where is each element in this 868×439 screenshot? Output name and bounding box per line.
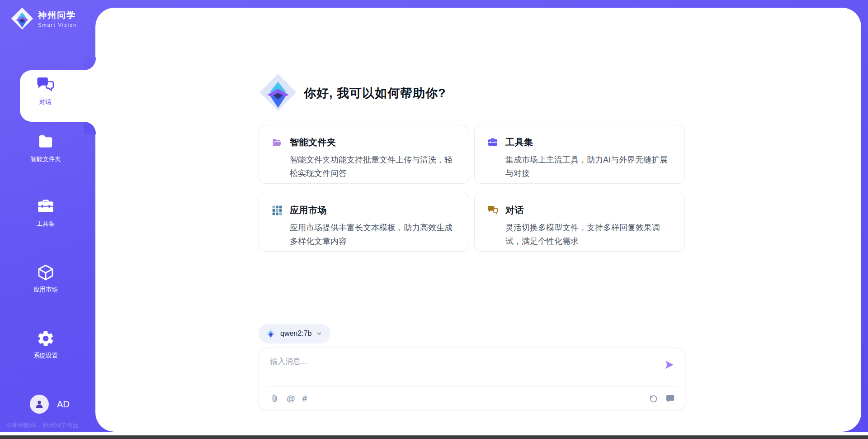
copyright-text: ©神州数码 · 神州问学出品: [7, 421, 93, 429]
user-profile[interactable]: AD: [30, 395, 70, 414]
person-icon: [34, 399, 45, 410]
sidebar-item-label: 系统设置: [33, 352, 58, 360]
toolbox-icon: [37, 198, 55, 216]
card-description: 灵活切换多模型文件，支持多样回复效果调试，满足个性化需求: [505, 221, 671, 248]
sidebar-item-label: 对话: [39, 98, 52, 106]
greeting-title: 你好, 我可以如何帮助你?: [304, 85, 446, 101]
bottom-white-strip: [0, 432, 868, 435]
sidebar-item-label: 工具集: [37, 220, 55, 228]
sidebar: 神州问学 Smart Vision 对话 智能文件夹 工具集: [0, 0, 95, 439]
brand-logo: 神州问学 Smart Vision: [11, 7, 77, 30]
avatar: [30, 395, 49, 414]
card-description: 应用市场提供丰富长文本模板，助力高效生成多样化文章内容: [290, 221, 455, 248]
sidebar-item-label: 应用市场: [33, 286, 58, 294]
greeting-logo-icon: [259, 73, 297, 111]
composer-toolbar: @ #: [270, 387, 675, 410]
sidebar-item-smart-folder[interactable]: 智能文件夹: [0, 133, 91, 163]
cube-icon: [37, 263, 55, 282]
send-icon[interactable]: [663, 359, 675, 371]
card-app-market[interactable]: 应用市场 应用市场提供丰富长文本模板，助力高效生成多样化文章内容: [259, 193, 469, 252]
toolbox-icon: [487, 137, 498, 148]
sidebar-item-toolbox[interactable]: 工具集: [0, 198, 91, 228]
sidebar-item-chat[interactable]: 对话: [14, 76, 77, 106]
grid-icon: [272, 205, 283, 216]
gear-icon: [37, 329, 55, 348]
paperclip-icon[interactable]: [270, 394, 279, 403]
card-title: 工具集: [505, 136, 533, 148]
chat-icon: [36, 76, 54, 94]
message-input[interactable]: [270, 356, 650, 382]
user-initials: AD: [57, 399, 70, 410]
message-composer: @ #: [259, 348, 685, 410]
at-icon[interactable]: @: [287, 394, 295, 403]
model-selector[interactable]: qwen2:7b: [259, 324, 330, 344]
chat-icon: [487, 205, 498, 216]
sidebar-item-label: 智能文件夹: [30, 155, 61, 163]
chevron-down-icon: [316, 330, 322, 337]
card-description: 智能文件夹功能支持批量文件上传与清洗，轻松实现文件问答: [290, 153, 455, 180]
logo-diamond-icon: [11, 7, 33, 30]
card-description: 集成市场上主流工具，助力AI与外界无缝扩展与对接: [505, 153, 671, 180]
brand-subtitle: Smart Vision: [38, 22, 77, 28]
sidebar-item-app-market[interactable]: 应用市场: [0, 263, 91, 294]
history-icon[interactable]: [649, 394, 658, 403]
card-title: 对话: [505, 204, 524, 216]
logo-diamond-icon: [266, 329, 276, 339]
sidebar-item-settings[interactable]: 系统设置: [0, 329, 91, 360]
message-icon[interactable]: [665, 394, 675, 403]
card-title: 智能文件夹: [290, 136, 336, 148]
card-chat[interactable]: 对话 灵活切换多模型文件，支持多样回复效果调试，满足个性化需求: [474, 193, 685, 252]
card-smart-folder[interactable]: 智能文件夹 智能文件夹功能支持批量文件上传与清洗，轻松实现文件问答: [259, 125, 469, 184]
brand-name: 神州问学: [38, 10, 77, 21]
folder-open-icon: [272, 137, 283, 148]
bottom-dark-strip: [0, 435, 868, 439]
card-toolbox[interactable]: 工具集 集成市场上主流工具，助力AI与外界无缝扩展与对接: [474, 125, 685, 184]
hash-icon[interactable]: #: [302, 394, 307, 403]
model-name: qwen2:7b: [280, 329, 311, 338]
card-title: 应用市场: [290, 204, 327, 216]
folder-icon: [37, 133, 55, 151]
app-window: 神州问学 Smart Vision 对话 智能文件夹 工具集: [0, 0, 868, 439]
